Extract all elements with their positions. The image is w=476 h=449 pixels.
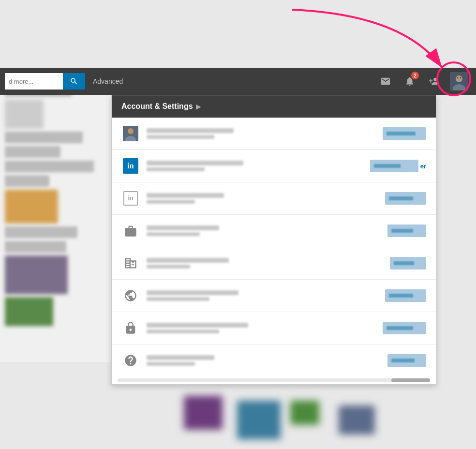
action-btn-6[interactable] xyxy=(385,289,426,302)
account-settings-dropdown: Account & Settings ▶ xyxy=(111,95,436,385)
item-content-2 xyxy=(147,161,368,171)
action-btn-text-2 xyxy=(374,164,401,168)
advanced-button[interactable]: Advanced xyxy=(85,68,131,95)
action-btn-text-4 xyxy=(391,229,413,233)
navbar-icons: 2 xyxy=(373,68,472,95)
item-content-4 xyxy=(147,225,368,236)
linkedin-logo-blue: in xyxy=(123,158,138,174)
linkedin-blue-icon: in xyxy=(121,157,140,175)
item-action-2: er xyxy=(368,160,426,172)
add-person-icon xyxy=(429,76,439,87)
search-icon xyxy=(70,77,78,86)
item-action-1 xyxy=(368,127,426,140)
dropdown-item-linkedin-2[interactable]: in xyxy=(112,182,436,215)
left-sidebar xyxy=(0,68,111,406)
linkedin-outline-icon: in xyxy=(121,189,140,208)
blurred-detail-3 xyxy=(147,200,195,204)
dropdown-header[interactable]: Account & Settings ▶ xyxy=(112,95,436,118)
action-btn-text-5 xyxy=(394,261,414,265)
profile-avatar-icon xyxy=(121,124,140,143)
building-icon xyxy=(121,254,140,272)
blurred-detail-4 xyxy=(147,232,200,236)
help-icon xyxy=(121,351,140,370)
item-action-4 xyxy=(368,224,426,237)
action-btn-4[interactable] xyxy=(387,224,426,237)
action-btn-1[interactable] xyxy=(383,127,426,140)
item-content-1 xyxy=(147,128,368,139)
blurred-name-3 xyxy=(147,193,224,198)
building-svg xyxy=(124,256,137,270)
blurred-detail-2 xyxy=(147,167,205,171)
lock-icon xyxy=(121,319,140,337)
blurred-name-8 xyxy=(147,355,214,360)
svg-point-6 xyxy=(460,77,461,78)
dropdown-header-label: Account & Settings xyxy=(121,102,193,111)
avatar xyxy=(450,72,468,90)
navbar-left: Advanced xyxy=(0,68,373,95)
action-btn-text-1 xyxy=(387,132,416,135)
blurred-name-1 xyxy=(147,128,234,133)
add-connection-button[interactable] xyxy=(422,68,446,95)
dropdown-item-privacy[interactable] xyxy=(112,280,436,312)
action-btn-7[interactable] xyxy=(383,322,426,334)
blurred-name-7 xyxy=(147,323,248,328)
messages-button[interactable] xyxy=(373,68,398,95)
notifications-button[interactable]: 2 xyxy=(398,68,422,95)
action-btn-text-3 xyxy=(389,196,413,200)
blurred-detail-8 xyxy=(147,362,195,366)
profile-menu-button[interactable] xyxy=(446,68,472,95)
item-content-3 xyxy=(147,193,368,204)
dropdown-item-linkedin-1[interactable]: in er xyxy=(112,150,436,182)
search-wrapper xyxy=(5,73,85,90)
globe-svg xyxy=(124,289,137,302)
blurred-name-5 xyxy=(147,258,229,263)
item-action-5 xyxy=(368,257,426,269)
dropdown-header-arrow: ▶ xyxy=(196,103,201,110)
svg-point-5 xyxy=(457,77,458,78)
item-action-6 xyxy=(368,289,426,302)
linkedin-logo-outline: in xyxy=(123,191,138,206)
blurred-detail-1 xyxy=(147,135,214,139)
question-svg xyxy=(124,354,137,367)
action-btn-text-6 xyxy=(389,294,413,298)
avatar-image xyxy=(450,72,468,90)
mail-icon xyxy=(380,76,391,87)
svg-point-8 xyxy=(128,128,134,134)
action-btn-8[interactable] xyxy=(387,354,426,367)
action-btn-5[interactable] xyxy=(390,257,426,269)
search-button[interactable] xyxy=(63,73,85,90)
search-input[interactable] xyxy=(5,73,63,90)
blurred-detail-5 xyxy=(147,265,190,269)
dropdown-items-list: in er in xyxy=(112,118,436,376)
item-action-8 xyxy=(368,354,426,367)
dropdown-scrollbar-thumb xyxy=(391,378,430,382)
action-extra-text: er xyxy=(420,163,426,170)
blurred-name-4 xyxy=(147,225,219,230)
advanced-label: Advanced xyxy=(93,77,123,85)
navbar: Advanced 2 xyxy=(0,68,476,95)
svg-point-4 xyxy=(456,75,462,81)
item-content-7 xyxy=(147,323,368,333)
dropdown-scrollbar[interactable] xyxy=(118,378,430,382)
item-content-8 xyxy=(147,355,368,366)
dropdown-item-profile[interactable] xyxy=(112,118,436,150)
action-btn-3[interactable] xyxy=(385,192,426,205)
item-action-3 xyxy=(368,192,426,205)
item-content-5 xyxy=(147,258,368,269)
dropdown-item-help[interactable] xyxy=(112,344,436,376)
lock-svg xyxy=(124,321,137,335)
item-content-6 xyxy=(147,290,368,301)
briefcase-icon xyxy=(121,222,140,240)
dropdown-item-jobs[interactable] xyxy=(112,215,436,247)
blurred-detail-7 xyxy=(147,329,219,333)
item-action-7 xyxy=(368,322,426,334)
briefcase-svg xyxy=(124,224,137,238)
action-btn-2[interactable] xyxy=(370,160,418,172)
blurred-name-2 xyxy=(147,161,243,165)
globe-icon xyxy=(121,286,140,305)
dropdown-item-company[interactable] xyxy=(112,247,436,280)
blurred-detail-6 xyxy=(147,297,209,301)
dropdown-item-security[interactable] xyxy=(112,312,436,344)
blurred-name-6 xyxy=(147,290,238,295)
notification-badge: 2 xyxy=(411,72,419,79)
